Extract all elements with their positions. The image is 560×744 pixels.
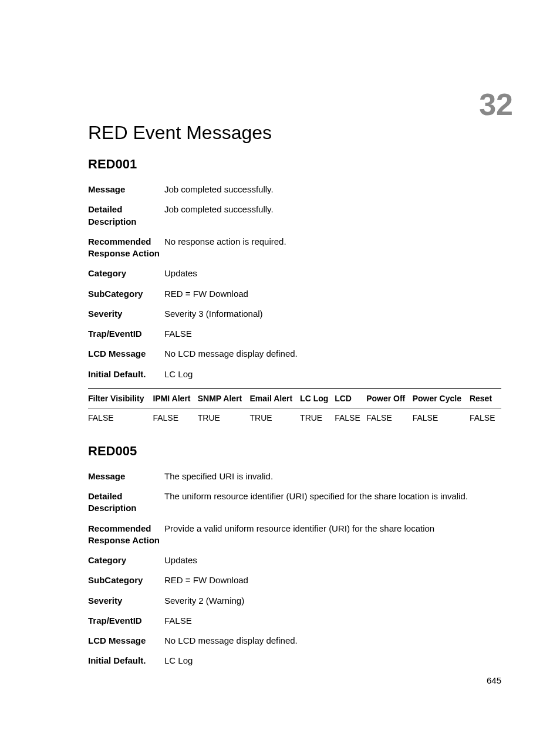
value-category: Updates bbox=[164, 268, 501, 279]
label-severity: Severity bbox=[88, 308, 164, 320]
value-initial: LC Log bbox=[164, 655, 501, 667]
value-severity: Severity 2 (Warning) bbox=[164, 595, 501, 607]
kv-row: Severity Severity 3 (Informational) bbox=[88, 308, 501, 320]
alert-table-red001: Filter Visibility IPMI Alert SNMP Alert … bbox=[88, 388, 501, 427]
kv-row: SubCategory RED = FW Download bbox=[88, 574, 501, 586]
kv-row: Recommended Response Action No response … bbox=[88, 236, 501, 260]
kv-row: LCD Message No LCD message display defin… bbox=[88, 635, 501, 647]
chapter-number: 32 bbox=[479, 87, 513, 122]
th-reset: Reset bbox=[470, 388, 501, 408]
kv-block-red005: Message The specified URI is invalid. De… bbox=[88, 471, 501, 667]
kv-row: Trap/EventID FALSE bbox=[88, 328, 501, 340]
label-category: Category bbox=[88, 554, 164, 566]
kv-block-red001: Message Job completed successfully. Deta… bbox=[88, 184, 501, 380]
td-cell: TRUE bbox=[300, 408, 335, 427]
th-power-off: Power Off bbox=[366, 388, 413, 408]
value-message: The specified URI is invalid. bbox=[164, 471, 501, 482]
kv-row: Message The specified URI is invalid. bbox=[88, 471, 501, 482]
th-lc-log: LC Log bbox=[300, 388, 335, 408]
label-subcategory: SubCategory bbox=[88, 574, 164, 586]
kv-row: SubCategory RED = FW Download bbox=[88, 288, 501, 300]
label-message: Message bbox=[88, 471, 164, 482]
page-title: RED Event Messages bbox=[88, 122, 501, 144]
th-power-cycle: Power Cycle bbox=[413, 388, 470, 408]
value-trap: FALSE bbox=[164, 615, 501, 627]
td-cell: FALSE bbox=[153, 408, 197, 427]
label-severity: Severity bbox=[88, 595, 164, 607]
label-category: Category bbox=[88, 268, 164, 279]
label-trap: Trap/EventID bbox=[88, 615, 164, 627]
label-initial: Initial Default. bbox=[88, 655, 164, 667]
value-recommended: Provide a valid uniform resource identif… bbox=[164, 523, 501, 547]
value-lcd: No LCD message display defined. bbox=[164, 348, 501, 360]
kv-row: Initial Default. LC Log bbox=[88, 368, 501, 380]
label-initial: Initial Default. bbox=[88, 368, 164, 380]
section-heading-red005: RED005 bbox=[88, 444, 501, 459]
td-cell: FALSE bbox=[366, 408, 413, 427]
td-cell: FALSE bbox=[335, 408, 366, 427]
th-lcd: LCD bbox=[335, 388, 366, 408]
th-ipmi-alert: IPMI Alert bbox=[153, 388, 197, 408]
label-detailed: Detailed Description bbox=[88, 491, 164, 515]
label-lcd: LCD Message bbox=[88, 635, 164, 647]
value-message: Job completed successfully. bbox=[164, 184, 501, 195]
label-recommended: Recommended Response Action bbox=[88, 523, 164, 547]
value-subcategory: RED = FW Download bbox=[164, 574, 501, 586]
td-cell: FALSE bbox=[470, 408, 501, 427]
label-recommended: Recommended Response Action bbox=[88, 236, 164, 260]
label-subcategory: SubCategory bbox=[88, 288, 164, 300]
label-detailed: Detailed Description bbox=[88, 204, 164, 228]
td-cell: TRUE bbox=[198, 408, 250, 427]
kv-row: Initial Default. LC Log bbox=[88, 655, 501, 667]
th-filter-visibility: Filter Visibility bbox=[88, 388, 153, 408]
kv-row: Detailed Description The uniform resourc… bbox=[88, 491, 501, 515]
page-number: 645 bbox=[487, 675, 501, 685]
td-cell: FALSE bbox=[413, 408, 470, 427]
kv-row: Message Job completed successfully. bbox=[88, 184, 501, 195]
kv-row: Category Updates bbox=[88, 268, 501, 279]
value-lcd: No LCD message display defined. bbox=[164, 635, 501, 647]
value-initial: LC Log bbox=[164, 368, 501, 380]
kv-row: Recommended Response Action Provide a va… bbox=[88, 523, 501, 547]
value-detailed: The uniform resource identifier (URI) sp… bbox=[164, 491, 501, 515]
label-message: Message bbox=[88, 184, 164, 195]
value-severity: Severity 3 (Informational) bbox=[164, 308, 501, 320]
value-trap: FALSE bbox=[164, 328, 501, 340]
kv-row: LCD Message No LCD message display defin… bbox=[88, 348, 501, 360]
td-cell: FALSE bbox=[88, 408, 153, 427]
th-email-alert: Email Alert bbox=[249, 388, 300, 408]
kv-row: Detailed Description Job completed succe… bbox=[88, 204, 501, 228]
section-heading-red001: RED001 bbox=[88, 157, 501, 172]
td-cell: TRUE bbox=[249, 408, 300, 427]
value-recommended: No response action is required. bbox=[164, 236, 501, 260]
table-header-row: Filter Visibility IPMI Alert SNMP Alert … bbox=[88, 388, 501, 408]
value-subcategory: RED = FW Download bbox=[164, 288, 501, 300]
label-trap: Trap/EventID bbox=[88, 328, 164, 340]
kv-row: Severity Severity 2 (Warning) bbox=[88, 595, 501, 607]
value-detailed: Job completed successfully. bbox=[164, 204, 501, 228]
kv-row: Trap/EventID FALSE bbox=[88, 615, 501, 627]
table-row: FALSE FALSE TRUE TRUE TRUE FALSE FALSE F… bbox=[88, 408, 501, 427]
label-lcd: LCD Message bbox=[88, 348, 164, 360]
kv-row: Category Updates bbox=[88, 554, 501, 566]
th-snmp-alert: SNMP Alert bbox=[198, 388, 250, 408]
value-category: Updates bbox=[164, 554, 501, 566]
